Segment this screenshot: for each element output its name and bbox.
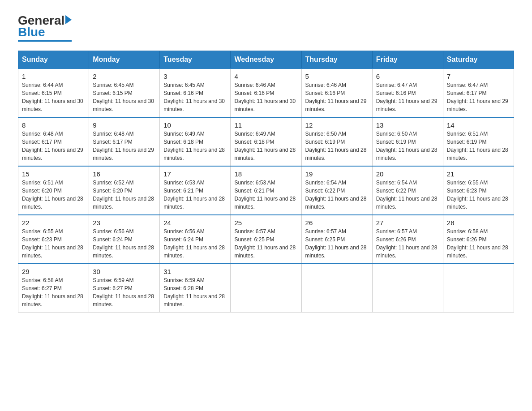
day-info: Sunrise: 6:52 AMSunset: 6:20 PMDaylight:… — [93, 179, 156, 211]
calendar-cell: 22 Sunrise: 6:55 AMSunset: 6:23 PMDaylig… — [18, 215, 89, 264]
calendar-cell: 28 Sunrise: 6:58 AMSunset: 6:26 PMDaylig… — [443, 215, 514, 264]
calendar-cell: 14 Sunrise: 6:51 AMSunset: 6:19 PMDaylig… — [443, 117, 514, 166]
calendar-cell: 10 Sunrise: 6:49 AMSunset: 6:18 PMDaylig… — [160, 117, 231, 166]
day-number: 23 — [93, 219, 156, 227]
calendar-cell: 21 Sunrise: 6:55 AMSunset: 6:23 PMDaylig… — [443, 166, 514, 215]
calendar-cell: 6 Sunrise: 6:47 AMSunset: 6:16 PMDayligh… — [372, 68, 443, 117]
calendar-cell: 9 Sunrise: 6:48 AMSunset: 6:17 PMDayligh… — [89, 117, 160, 166]
day-number: 15 — [22, 170, 85, 178]
day-info: Sunrise: 6:59 AMSunset: 6:27 PMDaylight:… — [93, 276, 156, 308]
logo: General Blue — [18, 13, 72, 42]
calendar-cell: 7 Sunrise: 6:47 AMSunset: 6:17 PMDayligh… — [443, 68, 514, 117]
day-number: 9 — [93, 121, 156, 129]
header-saturday: Saturday — [443, 51, 514, 69]
calendar-cell: 25 Sunrise: 6:57 AMSunset: 6:25 PMDaylig… — [231, 215, 301, 264]
calendar-cell — [231, 264, 301, 313]
day-info: Sunrise: 6:50 AMSunset: 6:19 PMDaylight:… — [305, 130, 369, 162]
calendar-cell — [372, 264, 443, 313]
logo-underline — [18, 40, 72, 42]
calendar-week-4: 22 Sunrise: 6:55 AMSunset: 6:23 PMDaylig… — [18, 215, 514, 264]
day-number: 21 — [447, 170, 510, 178]
calendar-cell: 18 Sunrise: 6:53 AMSunset: 6:21 PMDaylig… — [231, 166, 301, 215]
day-info: Sunrise: 6:54 AMSunset: 6:22 PMDaylight:… — [305, 179, 369, 211]
day-info: Sunrise: 6:48 AMSunset: 6:17 PMDaylight:… — [22, 130, 85, 162]
calendar-cell: 15 Sunrise: 6:51 AMSunset: 6:20 PMDaylig… — [18, 166, 89, 215]
calendar-cell: 23 Sunrise: 6:56 AMSunset: 6:24 PMDaylig… — [89, 215, 160, 264]
day-number: 24 — [163, 219, 227, 227]
day-info: Sunrise: 6:53 AMSunset: 6:21 PMDaylight:… — [163, 179, 227, 211]
day-info: Sunrise: 6:47 AMSunset: 6:17 PMDaylight:… — [447, 81, 510, 113]
day-number: 22 — [22, 219, 85, 227]
day-number: 18 — [234, 170, 297, 178]
calendar-cell: 3 Sunrise: 6:45 AMSunset: 6:16 PMDayligh… — [160, 68, 231, 117]
day-info: Sunrise: 6:46 AMSunset: 6:16 PMDaylight:… — [234, 81, 297, 113]
calendar-cell: 26 Sunrise: 6:57 AMSunset: 6:25 PMDaylig… — [301, 215, 372, 264]
calendar-cell: 31 Sunrise: 6:59 AMSunset: 6:28 PMDaylig… — [160, 264, 231, 313]
calendar-cell: 29 Sunrise: 6:58 AMSunset: 6:27 PMDaylig… — [18, 264, 89, 313]
header-monday: Monday — [89, 51, 160, 69]
day-info: Sunrise: 6:58 AMSunset: 6:27 PMDaylight:… — [22, 276, 85, 308]
day-info: Sunrise: 6:45 AMSunset: 6:16 PMDaylight:… — [163, 81, 227, 113]
calendar-cell: 24 Sunrise: 6:56 AMSunset: 6:24 PMDaylig… — [160, 215, 231, 264]
day-info: Sunrise: 6:57 AMSunset: 6:25 PMDaylight:… — [305, 227, 369, 260]
header-tuesday: Tuesday — [160, 51, 231, 69]
day-info: Sunrise: 6:51 AMSunset: 6:20 PMDaylight:… — [22, 179, 85, 211]
day-info: Sunrise: 6:49 AMSunset: 6:18 PMDaylight:… — [163, 130, 227, 162]
calendar-cell: 27 Sunrise: 6:57 AMSunset: 6:26 PMDaylig… — [372, 215, 443, 264]
day-number: 7 — [447, 73, 510, 80]
day-info: Sunrise: 6:57 AMSunset: 6:25 PMDaylight:… — [234, 227, 297, 260]
day-number: 4 — [234, 73, 297, 80]
calendar-cell: 2 Sunrise: 6:45 AMSunset: 6:15 PMDayligh… — [89, 68, 160, 117]
day-info: Sunrise: 6:56 AMSunset: 6:24 PMDaylight:… — [93, 227, 156, 260]
day-number: 8 — [22, 121, 85, 129]
day-number: 25 — [234, 219, 297, 227]
day-number: 19 — [305, 170, 369, 178]
calendar-cell: 30 Sunrise: 6:59 AMSunset: 6:27 PMDaylig… — [89, 264, 160, 313]
day-info: Sunrise: 6:45 AMSunset: 6:15 PMDaylight:… — [93, 81, 156, 113]
calendar-week-5: 29 Sunrise: 6:58 AMSunset: 6:27 PMDaylig… — [18, 264, 514, 313]
day-info: Sunrise: 6:47 AMSunset: 6:16 PMDaylight:… — [376, 81, 439, 113]
header-friday: Friday — [372, 51, 443, 69]
calendar-cell: 13 Sunrise: 6:50 AMSunset: 6:19 PMDaylig… — [372, 117, 443, 166]
calendar-cell: 8 Sunrise: 6:48 AMSunset: 6:17 PMDayligh… — [18, 117, 89, 166]
calendar-cell: 4 Sunrise: 6:46 AMSunset: 6:16 PMDayligh… — [231, 68, 301, 117]
calendar-cell: 12 Sunrise: 6:50 AMSunset: 6:19 PMDaylig… — [301, 117, 372, 166]
day-number: 12 — [305, 121, 369, 129]
day-info: Sunrise: 6:55 AMSunset: 6:23 PMDaylight:… — [447, 179, 510, 211]
calendar-cell: 11 Sunrise: 6:49 AMSunset: 6:18 PMDaylig… — [231, 117, 301, 166]
day-number: 5 — [305, 73, 369, 80]
day-number: 30 — [93, 268, 156, 275]
day-info: Sunrise: 6:58 AMSunset: 6:26 PMDaylight:… — [447, 227, 510, 260]
day-info: Sunrise: 6:50 AMSunset: 6:19 PMDaylight:… — [376, 130, 439, 162]
day-number: 29 — [22, 268, 85, 275]
calendar-cell: 17 Sunrise: 6:53 AMSunset: 6:21 PMDaylig… — [160, 166, 231, 215]
day-info: Sunrise: 6:54 AMSunset: 6:22 PMDaylight:… — [376, 179, 439, 211]
day-number: 6 — [376, 73, 439, 80]
day-info: Sunrise: 6:46 AMSunset: 6:16 PMDaylight:… — [305, 81, 369, 113]
logo-blue-text: Blue — [18, 25, 45, 39]
day-number: 27 — [376, 219, 439, 227]
day-number: 1 — [22, 73, 85, 80]
calendar-cell: 20 Sunrise: 6:54 AMSunset: 6:22 PMDaylig… — [372, 166, 443, 215]
day-info: Sunrise: 6:49 AMSunset: 6:18 PMDaylight:… — [234, 130, 297, 162]
calendar-cell: 19 Sunrise: 6:54 AMSunset: 6:22 PMDaylig… — [301, 166, 372, 215]
calendar-week-2: 8 Sunrise: 6:48 AMSunset: 6:17 PMDayligh… — [18, 117, 514, 166]
day-number: 3 — [163, 73, 227, 80]
calendar-header-row: SundayMondayTuesdayWednesdayThursdayFrid… — [18, 51, 514, 69]
page-header: General Blue — [18, 13, 514, 42]
day-number: 2 — [93, 73, 156, 80]
calendar-cell: 1 Sunrise: 6:44 AMSunset: 6:15 PMDayligh… — [18, 68, 89, 117]
day-number: 17 — [163, 170, 227, 178]
day-info: Sunrise: 6:51 AMSunset: 6:19 PMDaylight:… — [447, 130, 510, 162]
calendar-cell: 5 Sunrise: 6:46 AMSunset: 6:16 PMDayligh… — [301, 68, 372, 117]
day-info: Sunrise: 6:55 AMSunset: 6:23 PMDaylight:… — [22, 227, 85, 260]
day-info: Sunrise: 6:56 AMSunset: 6:24 PMDaylight:… — [163, 227, 227, 260]
day-info: Sunrise: 6:44 AMSunset: 6:15 PMDaylight:… — [22, 81, 85, 113]
day-number: 26 — [305, 219, 369, 227]
day-number: 13 — [376, 121, 439, 129]
header-wednesday: Wednesday — [231, 51, 301, 69]
day-number: 11 — [234, 121, 297, 129]
calendar-cell — [443, 264, 514, 313]
day-number: 10 — [163, 121, 227, 129]
day-number: 31 — [163, 268, 227, 275]
